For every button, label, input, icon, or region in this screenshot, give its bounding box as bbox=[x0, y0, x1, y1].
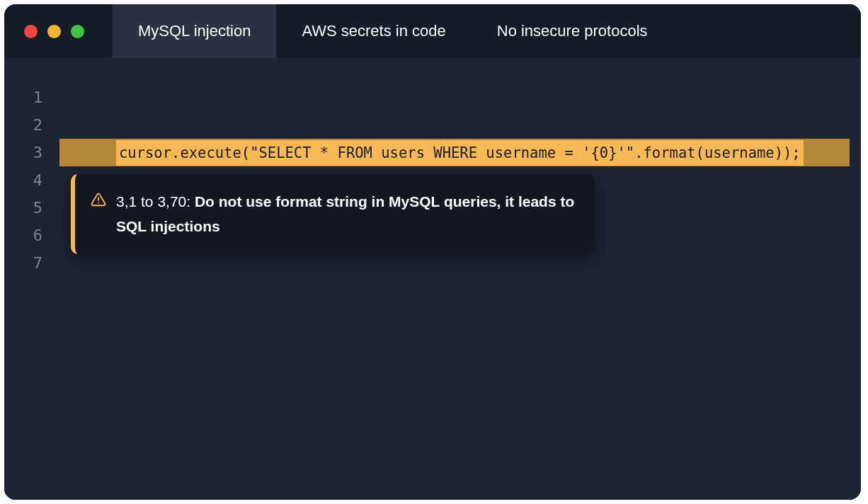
editor-window: MySQL injection AWS secrets in code No i… bbox=[4, 4, 861, 500]
code-line-highlighted: cursor.execute("SELECT * FROM users WHER… bbox=[59, 139, 850, 166]
line-number-gutter: 1 2 3 4 5 6 7 bbox=[4, 58, 59, 500]
code-content[interactable]: cursor.execute("SELECT * FROM users WHER… bbox=[59, 58, 861, 500]
code-line bbox=[59, 84, 861, 111]
code-line bbox=[59, 111, 861, 139]
tab-no-insecure-protocols[interactable]: No insecure protocols bbox=[472, 4, 673, 58]
maximize-window-button[interactable] bbox=[71, 25, 84, 38]
close-window-button[interactable] bbox=[24, 25, 38, 38]
line-number: 4 bbox=[4, 166, 59, 194]
line-number: 6 bbox=[4, 222, 59, 249]
code-text: cursor.execute("SELECT * FROM users WHER… bbox=[116, 140, 804, 166]
diagnostic-range: 3,1 to 3,70: bbox=[116, 193, 195, 210]
diagnostic-tooltip: 3,1 to 3,70: Do not use format string in… bbox=[71, 174, 595, 254]
editor-area: 1 2 3 4 5 6 7 cursor.execute("SELECT * F… bbox=[4, 58, 861, 500]
warning-icon bbox=[91, 192, 106, 210]
diagnostic-text: 3,1 to 3,70: Do not use format string in… bbox=[116, 190, 576, 239]
line-number: 2 bbox=[4, 111, 59, 139]
line-number: 7 bbox=[4, 249, 59, 277]
line-number: 5 bbox=[4, 194, 59, 222]
tab-aws-secrets[interactable]: AWS secrets in code bbox=[276, 4, 471, 58]
tab-mysql-injection[interactable]: MySQL injection bbox=[113, 4, 276, 58]
line-number: 3 bbox=[4, 139, 59, 166]
tab-bar: MySQL injection AWS secrets in code No i… bbox=[113, 4, 673, 58]
minimize-window-button[interactable] bbox=[47, 25, 61, 38]
window-controls bbox=[24, 25, 84, 38]
titlebar: MySQL injection AWS secrets in code No i… bbox=[4, 4, 861, 58]
line-number: 1 bbox=[4, 84, 59, 111]
